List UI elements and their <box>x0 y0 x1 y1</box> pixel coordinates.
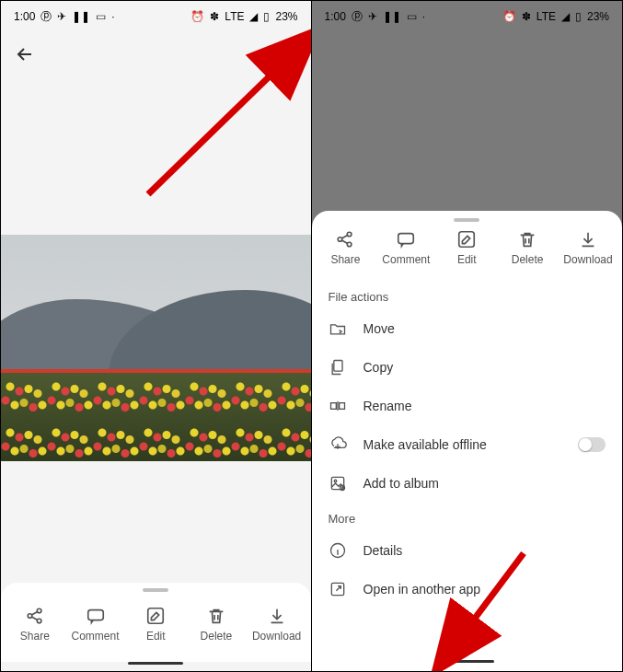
section-file-actions: File actions <box>312 281 623 309</box>
network-label: LTE <box>225 10 244 23</box>
section-more: More <box>312 503 623 531</box>
delete-button[interactable]: Delete <box>189 606 244 643</box>
dot-icon: · <box>422 10 425 23</box>
share-button[interactable]: Share <box>317 229 373 266</box>
svg-rect-15 <box>330 403 336 410</box>
svg-rect-14 <box>333 361 341 372</box>
signal-icon: ◢ <box>249 10 258 23</box>
menu-copy[interactable]: Copy <box>312 348 623 387</box>
alarm-icon: ⏰ <box>190 10 204 23</box>
dot-icon: · <box>111 10 114 23</box>
top-bar <box>1 32 311 76</box>
pause-icon: ❚❚ <box>72 10 90 23</box>
svg-rect-7 <box>148 608 164 624</box>
back-button[interactable] <box>14 43 36 65</box>
battery-label: 23% <box>587 10 609 23</box>
pause-icon: ❚❚ <box>383 10 401 23</box>
delete-label: Delete <box>201 630 233 643</box>
nav-bar <box>312 660 623 669</box>
svg-point-18 <box>334 480 337 482</box>
share-label: Share <box>20 630 50 643</box>
bottom-toolbar: Share Comment Edit Delete Download <box>1 583 311 662</box>
chat-icon: ▭ <box>407 10 417 23</box>
action-sheet: Share Comment Edit Delete Download <box>312 211 623 671</box>
download-label: Download <box>252 630 301 643</box>
phone-sheet-screen: 1:00 ⓟ ✈ ❚❚ ▭ · ⏰ ✽ LTE ◢ ▯ 23% Share <box>312 1 623 671</box>
menu-details[interactable]: Details <box>312 531 623 570</box>
menu-rename-label: Rename <box>363 399 606 413</box>
svg-point-0 <box>285 46 288 49</box>
svg-rect-6 <box>87 610 103 620</box>
menu-offline[interactable]: Make available offline <box>312 425 623 464</box>
telegram-icon: ✈ <box>368 10 377 23</box>
bluetooth-icon: ✽ <box>522 10 531 23</box>
status-bar: 1:00 ⓟ ✈ ❚❚ ▭ · ⏰ ✽ LTE ◢ ▯ 23% <box>312 1 623 32</box>
edit-label: Edit <box>146 630 166 643</box>
menu-copy-label: Copy <box>363 360 606 375</box>
svg-point-2 <box>285 59 288 62</box>
comment-button[interactable]: Comment <box>378 229 433 266</box>
menu-open-external[interactable]: Open in another app <box>312 570 623 608</box>
svg-point-1 <box>285 52 288 55</box>
edit-button[interactable]: Edit <box>439 229 494 266</box>
delete-label: Delete <box>512 253 544 266</box>
menu-open-external-label: Open in another app <box>363 582 606 597</box>
delete-button[interactable]: Delete <box>500 229 555 266</box>
edit-label: Edit <box>457 253 477 266</box>
phone-viewer-screen: 1:00 ⓟ ✈ ❚❚ ▭ · ⏰ ✽ LTE ◢ ▯ 23% <box>1 1 312 671</box>
menu-add-album-label: Add to album <box>363 476 606 491</box>
download-button[interactable]: Download <box>560 229 616 266</box>
photo-area[interactable] <box>1 76 311 583</box>
comment-button[interactable]: Comment <box>68 606 123 643</box>
battery-icon: ▯ <box>263 10 270 23</box>
chat-icon: ▭ <box>96 10 106 23</box>
telegram-icon: ✈ <box>57 10 66 23</box>
more-button[interactable] <box>276 43 298 65</box>
signal-icon: ◢ <box>561 10 570 23</box>
network-label: LTE <box>536 10 556 23</box>
status-icon: ⓟ <box>40 9 52 25</box>
sheet-toolbar: Share Comment Edit Delete Download <box>312 211 623 281</box>
menu-details-label: Details <box>363 543 606 558</box>
nav-bar <box>1 662 311 671</box>
download-label: Download <box>563 253 612 266</box>
status-icon: ⓟ <box>352 9 363 25</box>
svg-rect-12 <box>398 234 414 244</box>
menu-offline-label: Make available offline <box>363 437 562 452</box>
battery-label: 23% <box>275 10 297 23</box>
svg-rect-16 <box>339 403 344 410</box>
bluetooth-icon: ✽ <box>210 10 219 23</box>
menu-move-label: Move <box>363 321 606 336</box>
alarm-icon: ⏰ <box>502 10 516 23</box>
status-bar: 1:00 ⓟ ✈ ❚❚ ▭ · ⏰ ✽ LTE ◢ ▯ 23% <box>1 1 311 32</box>
svg-rect-13 <box>459 232 475 248</box>
menu-move[interactable]: Move <box>312 309 623 348</box>
offline-toggle[interactable] <box>578 437 606 452</box>
edit-button[interactable]: Edit <box>128 606 183 643</box>
menu-rename[interactable]: Rename <box>312 387 623 425</box>
menu-add-album[interactable]: Add to album <box>312 464 623 503</box>
download-button[interactable]: Download <box>249 606 305 643</box>
share-button[interactable]: Share <box>7 606 63 643</box>
battery-icon: ▯ <box>575 10 582 23</box>
status-time: 1:00 <box>14 10 35 23</box>
comment-label: Comment <box>72 630 120 643</box>
photo-image <box>1 235 311 461</box>
comment-label: Comment <box>382 253 430 266</box>
status-time: 1:00 <box>325 10 346 23</box>
share-label: Share <box>330 253 360 266</box>
